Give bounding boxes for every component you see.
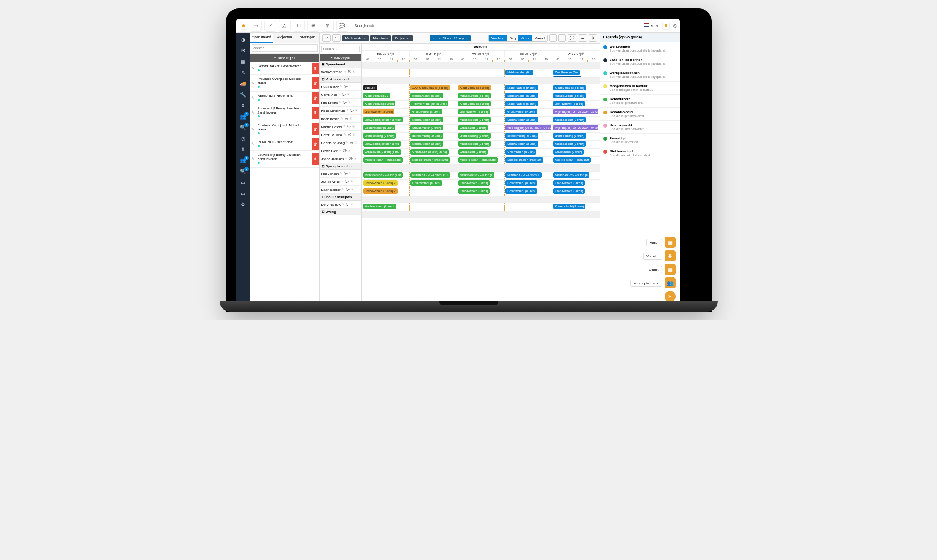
fab-dienst-button[interactable]: ▦ [665,264,676,275]
monitor-icon[interactable]: ▭ [250,20,262,32]
resource-group[interactable]: ⊟ Overig [320,209,361,215]
chat-icon[interactable]: 💬 [346,203,350,206]
nav-list-icon[interactable]: ≡ [242,103,244,109]
resource-group[interactable]: ⊟ Inhuur bedrijven [320,194,361,201]
chat-icon[interactable]: 💬 [342,93,346,96]
grid-cell[interactable]: Kraan Atlas E (5 u [362,92,410,100]
edit-icon[interactable]: ✎ [250,96,256,100]
schedule-event[interactable]: Graszaaien (8 uren) (5 ha) [363,149,401,155]
grid-cell[interactable]: Bronbemaling (8 uren) [362,133,410,140]
schedule-event[interactable]: Kraan Atlas E (8 uren) [363,101,396,106]
schedule-event[interactable]: Graszaaien (8 uren) [458,125,488,130]
nav-users-icon[interactable]: 👥9 [240,114,246,120]
schedule-event[interactable]: Bronbemaling (9 uren) [553,133,586,139]
grid-cell[interactable]: Grasmaaien (8 uren) [504,149,552,156]
date-range[interactable]: ‹ ma 23 – vr 27 sep › [430,35,471,41]
schedule-event[interactable]: Grondwerker (8 uren) [458,109,490,114]
mail-icon[interactable]: ✉ [355,141,357,144]
nav-card2-icon[interactable]: ▭ [241,190,245,196]
nav-edit-icon[interactable]: ✎ [241,70,245,76]
edit-icon[interactable]: ✎ [250,81,256,85]
schedule-event[interactable]: Grondwerker (8 uren) [553,188,585,194]
grid-cell[interactable]: Minikraan 2½ - 4½ ton (8 [504,172,552,179]
fab-verkoop-button[interactable]: 👥 [665,277,676,288]
delete-icon[interactable]: 🗑 [312,107,319,119]
grid-cell[interactable]: Bronbemaling (9 uren) [504,133,552,140]
grid-cell[interactable]: Grondwerker (8 uren) [409,109,457,116]
grid-cell[interactable]: Graszaaien (8 uren) (5 ha) [362,149,410,156]
grid-cell[interactable]: Mobiele kraan + draaikant [504,157,552,164]
grid-cell[interactable]: Maishakselen (8 uren) [504,92,552,100]
resource-row[interactable]: Johan Janssen✎💬✉ [320,155,361,163]
chat-icon[interactable]: 💬 [349,157,353,160]
mail-icon[interactable]: ✉ [353,133,355,136]
fab-verzuim-button[interactable]: ✚ [665,250,676,261]
schedule-event[interactable]: Kraan Atlas E (5 u [363,93,390,98]
schedule-event[interactable]: Stratenmaker (8 uren) [363,125,395,130]
nav-gear-icon[interactable]: ⚙ [241,201,245,207]
mail-icon[interactable]: ✉ [349,85,351,88]
grid-cell[interactable] [457,203,505,211]
grid-cell[interactable]: Zand leveren (6 uOnderhoud (7 uren [552,69,600,77]
grid-cell[interactable] [457,69,505,77]
schedule-event[interactable]: Minikraan 2½ - 4½ ton (8 [458,172,494,178]
grid-cell[interactable] [362,69,410,77]
lp-item[interactable]: ✎ Bouwbedrijf Benny Baksteen: Zand lever… [250,151,319,168]
schedule-event[interactable]: Mobiele kraan + draaikantel [410,157,450,163]
undo-icon[interactable]: ↶ [322,34,331,42]
schedule-event[interactable]: Maishakselen (8 uren) [410,93,443,98]
grid-cell[interactable]: Grasmaaien (8 uren) [552,149,600,156]
schedule-event[interactable]: Bronbemaling (9 uren) [458,133,491,139]
nav-truck-icon[interactable]: 🚚 [240,81,246,87]
schedule-event[interactable]: Grondwerker (8 uren) [505,180,537,186]
resource-add-button[interactable]: + Toevoegen [320,54,361,61]
grid-cell[interactable]: Grondwerker (8 uren) [504,180,552,188]
resource-row[interactable]: De Vries B.V.✎💬✉ [320,201,361,209]
schedule-event[interactable]: Maishakselen (8 uren) [505,141,538,147]
delete-icon[interactable]: 🗑 [312,92,319,104]
schedule-event[interactable]: Grasmaaien (8 uren) [505,149,536,155]
schedule-event[interactable]: Mobiele kraan + draaikantel [458,157,498,163]
delete-icon[interactable]: 🗑 [312,63,319,74]
mail-icon[interactable]: ✉ [352,125,355,128]
pencil-icon[interactable]: ✎ [342,188,345,191]
grid-cell[interactable]: Maishakselen (8 uren) [409,141,457,148]
resource-row[interactable]: Martijn Peters✎💬✉ [320,123,361,131]
edit-icon[interactable]: ✎ [250,142,256,146]
chat-icon[interactable]: 💬 [348,133,351,136]
grid-cell[interactable]: Grondwerker (9 uren) [552,101,600,108]
schedule-event[interactable]: Maishakselen (8 uren) [505,93,538,98]
chat-icon[interactable]: 💬 [344,172,348,175]
grid-cell[interactable] [409,69,457,77]
pencil-icon[interactable]: ✎ [346,109,349,112]
schedule-event[interactable]: Maishakselen (9… [505,70,533,75]
chat-icon[interactable]: 💬 [345,117,348,120]
grid-cell[interactable]: Mobiele kraan + draaikantel [362,157,410,164]
nav-users2-icon[interactable]: 👥2 [240,158,246,163]
view-month[interactable]: Maand [532,35,547,41]
nav-mail-icon[interactable]: ✉ [241,48,245,54]
chat-icon[interactable]: 💬 [345,180,349,183]
grid-cell[interactable]: Minikraan 2½ - 4½ ton (8 ur [409,172,457,179]
schedule-event[interactable]: Maishakselen (8 uren) [458,117,491,122]
grid-cell[interactable]: Grondwerker (8 uren) [409,180,457,188]
grid-cell[interactable]: Maishakselen (8 uren) [504,117,552,124]
schedule-event[interactable]: Grondwerker (8 uren) [553,180,585,186]
resource-group[interactable]: ⊟ Openstaand [320,61,361,68]
prev-week-icon[interactable]: ‹ [433,36,435,40]
user-avatar[interactable] [662,22,670,30]
schedule-event[interactable]: Grondwerker (9 uren) [553,101,585,106]
grid-cell[interactable]: Minikraan 2½ - 4½ ton (8 ur [362,172,410,179]
mail-icon[interactable]: ✉ [347,93,350,96]
help-icon[interactable]: ? [264,20,276,32]
schedule-event[interactable]: Maishakselen (8 uren) [505,117,538,122]
grid-cell[interactable]: Graszaaien (8 uren) [457,125,505,132]
grid-cell[interactable]: Kraan Atlas E (8 uren) [457,84,505,92]
grid-cell[interactable]: Mobiele kraan (8 uren) [362,203,410,211]
schedule-event[interactable]: Grondwerker (9 uren) [505,109,537,114]
settings-icon[interactable]: ⚙ [589,34,597,42]
pencil-icon[interactable]: ✎ [342,203,345,206]
logout-icon[interactable]: ⎋ [673,22,676,29]
pencil-icon[interactable]: ✎ [341,180,344,183]
mail-icon[interactable]: ✉ [355,109,358,112]
